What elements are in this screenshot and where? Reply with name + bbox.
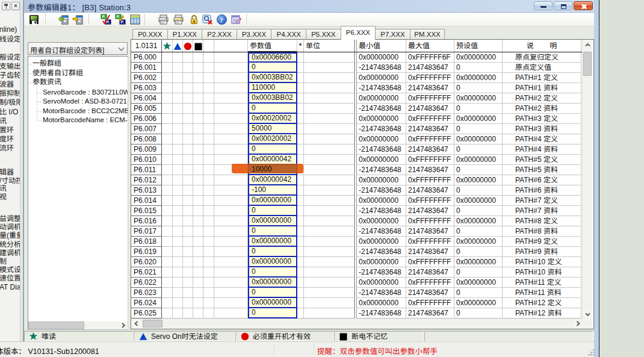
param-name-cell[interactable]: P6.007 — [131, 124, 162, 134]
param-name-cell[interactable]: P6.004 — [131, 93, 162, 104]
group-list-combobox[interactable]: 用者自订群组设定列表] — [28, 42, 128, 55]
minimize-button[interactable] — [534, 1, 553, 10]
close-button[interactable] — [574, 1, 593, 10]
param-value-cell[interactable]: 0x00000000 — [248, 196, 297, 206]
function-list-item-cropped[interactable]: 置环 — [0, 126, 20, 135]
param-value-cell[interactable]: 0x00000000 — [248, 237, 297, 247]
param-name-cell[interactable]: P6.021 — [131, 267, 162, 278]
tab-p2[interactable]: P2.XXX — [202, 29, 237, 40]
column-header-unit[interactable]: 单位 — [304, 40, 355, 52]
compare-params-icon[interactable]: P.P. — [101, 14, 112, 25]
tab-p4[interactable]: P4.XXX — [271, 29, 306, 40]
param-name-cell[interactable]: P6.012 — [131, 175, 162, 185]
param-name-cell[interactable]: P6.020 — [131, 257, 162, 267]
save-icon[interactable] — [28, 14, 40, 25]
scrollbar-thumb[interactable] — [28, 321, 84, 329]
param-name-cell[interactable]: P6.003 — [131, 83, 162, 93]
param-name-cell[interactable]: P6.009 — [131, 144, 162, 155]
param-value-cell[interactable]: -100 — [248, 185, 297, 196]
tree-item[interactable]: MotorBarcode : BCC2C2MBW — [43, 107, 128, 116]
function-list-item-cropped[interactable]: 支输出 — [0, 62, 20, 71]
param-value-cell[interactable]: 0 — [248, 63, 297, 73]
read-params-icon[interactable] — [58, 14, 69, 25]
function-list-item-cropped[interactable]: 统分析 — [0, 240, 20, 249]
tab-p3[interactable]: P3.XXX — [237, 29, 272, 40]
titlebar[interactable]: 参数编辑器1： [B3] Station:3 — [24, 0, 594, 13]
param-helper-icon[interactable] — [231, 14, 242, 25]
write-params-icon[interactable] — [72, 14, 84, 25]
param-value-cell[interactable]: 0x00000000 — [248, 278, 297, 288]
param-value-cell[interactable]: 0x00006600 — [248, 52, 297, 63]
tab-p1[interactable]: P1.XXX — [167, 29, 203, 40]
lock-icon[interactable] — [188, 14, 200, 25]
function-list-item-cropped[interactable]: 比 I/O — [0, 108, 20, 117]
scrollbar-thumb[interactable] — [583, 52, 592, 76]
param-name-cell[interactable]: P6.025 — [131, 308, 162, 318]
function-list-item-cropped[interactable]: 速位置撷 — [0, 274, 20, 282]
print-icon[interactable] — [158, 14, 169, 25]
function-list-item-cropped[interactable]: 流环 — [0, 144, 20, 153]
table-horizontal-scrollbar[interactable] — [132, 318, 583, 328]
column-header-preset[interactable]: 预设值 — [454, 40, 503, 52]
param-value-cell[interactable]: 0 — [248, 267, 297, 278]
param-name-cell[interactable]: P6.013 — [131, 185, 162, 196]
column-header-param[interactable]: 1.0131 — [131, 40, 162, 52]
download-params-icon[interactable]: P.P. — [115, 14, 126, 25]
param-name-cell[interactable]: P6.018 — [131, 237, 162, 247]
param-value-cell[interactable]: 0 — [248, 288, 297, 298]
tab-pm[interactable]: PM.XXX — [410, 29, 445, 40]
param-value-cell[interactable]: 0x00020002 — [248, 134, 297, 144]
scroll-up-button[interactable] — [583, 40, 592, 50]
function-list-item-cropped[interactable]: 般设定 — [0, 53, 20, 62]
param-name-cell[interactable]: P6.019 — [131, 247, 162, 257]
function-list-item-cropped[interactable]: 讯 — [0, 185, 20, 193]
function-list-item-cropped[interactable]: 子齿轮比 — [0, 71, 20, 80]
tree-item[interactable]: ServoBarcode : B30721L0W2 — [43, 88, 128, 97]
param-value-cell[interactable]: 0 — [248, 226, 297, 237]
param-name-cell[interactable]: P6.011 — [131, 165, 162, 175]
help-icon[interactable]: ? — [216, 14, 228, 25]
param-name-cell[interactable]: P6.000 — [131, 52, 162, 63]
param-value-cell[interactable]: 0 — [248, 144, 297, 155]
tab-p5[interactable]: P5.XXX — [306, 29, 341, 40]
param-value-cell[interactable]: 0x00000042 — [248, 175, 297, 185]
scroll-left-button[interactable] — [132, 320, 141, 328]
pin-icon[interactable] — [2, 2, 10, 10]
maximize-button[interactable] — [554, 1, 572, 10]
tree-item[interactable]: MotorBarcodeName : ECM-BC — [43, 116, 128, 125]
function-list-item-cropped[interactable]: AT Diagn — [0, 283, 20, 291]
param-name-cell[interactable]: P6.024 — [131, 298, 162, 308]
param-name-cell[interactable]: P6.016 — [131, 216, 162, 226]
scroll-down-button[interactable] — [583, 309, 592, 319]
tree-horizontal-scrollbar[interactable] — [28, 321, 128, 329]
function-list-item-cropped[interactable]: nline) — [0, 25, 20, 35]
param-value-cell[interactable]: 0 — [248, 206, 297, 216]
function-list-item-cropped[interactable]: 度环 — [0, 135, 20, 144]
param-value-cell[interactable]: 50000 — [248, 124, 297, 134]
column-header-description[interactable]: 说 明 — [503, 40, 581, 52]
param-value-cell[interactable]: 0 — [248, 308, 297, 318]
function-list-item-cropped[interactable]: 振抑制滤 — [0, 89, 20, 98]
param-value-cell[interactable]: 0 — [248, 104, 297, 114]
param-name-cell[interactable]: P6.010 — [131, 155, 162, 165]
param-value-cell[interactable]: 0 — [248, 247, 297, 257]
function-list-item-cropped[interactable]: 建调机 — [0, 249, 20, 257]
tab-p7[interactable]: P7.XXX — [375, 29, 410, 40]
function-list-item-cropped[interactable]: 波器 — [0, 80, 20, 89]
close-icon[interactable]: × — [11, 2, 20, 10]
function-list-item-cropped[interactable]: 益调整 — [0, 214, 20, 223]
function-list-item-cropped[interactable]: 动调机 — [0, 223, 20, 231]
function-list-item-cropped[interactable]: 视 — [0, 193, 20, 202]
tab-p0[interactable]: P0.XXX — [132, 29, 168, 40]
scroll-right-button[interactable] — [573, 320, 583, 328]
tree-item[interactable]: ServoModel : ASD-B3-0721-L — [43, 97, 128, 106]
function-list-item-cropped[interactable]: 线设定 — [0, 35, 20, 45]
print-preview-icon[interactable] — [173, 14, 184, 25]
function-list-item-cropped[interactable]: /寸动控 — [0, 177, 20, 185]
search-clear-icon[interactable] — [202, 14, 213, 25]
function-list-item-cropped[interactable]: 制/极限 — [0, 98, 20, 107]
param-value-cell[interactable]: 0x00020002 — [248, 114, 297, 124]
tree-item[interactable]: 使用者自订群组 — [33, 69, 83, 78]
param-name-cell[interactable]: P6.002 — [131, 73, 162, 83]
param-name-cell[interactable]: P6.006 — [131, 114, 162, 124]
